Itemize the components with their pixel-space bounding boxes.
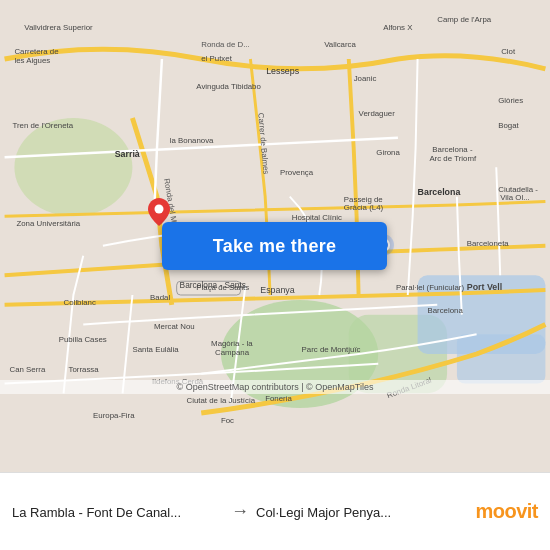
svg-text:Port Vell: Port Vell xyxy=(467,282,502,292)
svg-text:Parc de Montjuïc: Parc de Montjuïc xyxy=(302,345,361,354)
svg-text:Girona: Girona xyxy=(376,148,400,157)
from-station-name: La Rambla - Font De Canal... xyxy=(12,505,224,520)
svg-text:Hospital Clínic: Hospital Clínic xyxy=(292,213,342,222)
to-station-name: Col·Legi Major Penya... xyxy=(256,505,468,520)
svg-text:Collblanc: Collblanc xyxy=(64,298,96,307)
svg-text:Carretera de: Carretera de xyxy=(14,47,59,56)
svg-point-1 xyxy=(14,118,132,216)
to-section: Col·Legi Major Penya... xyxy=(256,503,468,520)
svg-text:Sarrià: Sarrià xyxy=(115,149,140,159)
svg-text:Ronda de D...: Ronda de D... xyxy=(201,40,250,49)
svg-text:Paral·lel (Funicular): Paral·lel (Funicular) xyxy=(396,283,465,292)
svg-text:les Aigues: les Aigues xyxy=(14,56,50,65)
svg-text:Joanic: Joanic xyxy=(354,74,377,83)
svg-text:Arc de Triomf: Arc de Triomf xyxy=(429,154,477,163)
svg-text:Provença: Provença xyxy=(280,168,314,177)
svg-text:Badal: Badal xyxy=(150,293,170,302)
from-section: La Rambla - Font De Canal... xyxy=(12,503,224,520)
svg-text:Barcelona: Barcelona xyxy=(418,187,461,197)
arrow-icon: → xyxy=(224,501,256,522)
svg-point-63 xyxy=(155,205,164,214)
svg-text:Torrassa: Torrassa xyxy=(69,365,100,374)
map-container: Vallvidrera Superior Carretera de les Ai… xyxy=(0,0,550,472)
svg-text:Barcelona: Barcelona xyxy=(427,306,463,315)
take-me-there-button[interactable]: Take me there xyxy=(162,222,387,270)
bottom-bar: La Rambla - Font De Canal... → Col·Legi … xyxy=(0,472,550,550)
svg-text:Ciutat de la Justícia: Ciutat de la Justícia xyxy=(187,396,256,405)
moovit-logo: moovit xyxy=(468,500,538,523)
svg-text:Zona Universitària: Zona Universitària xyxy=(16,219,80,228)
svg-text:Verdaguer: Verdaguer xyxy=(359,109,396,118)
svg-text:Espanya: Espanya xyxy=(260,285,294,295)
svg-text:Alfons X: Alfons X xyxy=(383,23,413,32)
svg-text:Campana: Campana xyxy=(215,348,250,357)
svg-text:Glòries: Glòries xyxy=(498,96,523,105)
svg-text:Magòria - la: Magòria - la xyxy=(211,339,253,348)
svg-text:Lesseps: Lesseps xyxy=(266,66,300,76)
svg-text:Santa Eulàlia: Santa Eulàlia xyxy=(132,345,179,354)
moovit-wordmark: moovit xyxy=(475,500,538,523)
svg-text:Can Serra: Can Serra xyxy=(10,365,46,374)
svg-text:Vila Ol...: Vila Ol... xyxy=(500,193,530,202)
svg-text:Barcelona - Sants: Barcelona - Sants xyxy=(180,280,246,290)
button-label: Take me there xyxy=(213,236,337,257)
svg-text:Foneria: Foneria xyxy=(265,394,292,403)
svg-text:Avinguda Tibidabo: Avinguda Tibidabo xyxy=(196,82,261,91)
map-attribution: © OpenStreetMap contributors | © OpenMap… xyxy=(0,380,550,394)
app: Vallvidrera Superior Carretera de les Ai… xyxy=(0,0,550,550)
svg-text:Tren de l'Oreneta: Tren de l'Oreneta xyxy=(12,121,73,130)
svg-text:Pubilla Cases: Pubilla Cases xyxy=(59,335,107,344)
svg-text:Europa-Fira: Europa-Fira xyxy=(93,411,135,420)
svg-rect-5 xyxy=(457,334,546,383)
svg-text:Barceloneta: Barceloneta xyxy=(467,239,510,248)
svg-text:Gràcia (L4): Gràcia (L4) xyxy=(344,203,384,212)
svg-text:Foc: Foc xyxy=(221,416,234,425)
svg-text:la Bonanova: la Bonanova xyxy=(170,136,214,145)
svg-text:Passeig de: Passeig de xyxy=(344,195,384,204)
svg-text:Barcelona -: Barcelona - xyxy=(432,145,473,154)
svg-text:Clot: Clot xyxy=(501,47,516,56)
svg-text:Vallcarca: Vallcarca xyxy=(324,40,356,49)
svg-text:el Putxet: el Putxet xyxy=(201,54,232,63)
svg-text:Bogat: Bogat xyxy=(498,121,519,130)
svg-text:Vallvidrera Superior: Vallvidrera Superior xyxy=(24,23,93,32)
svg-text:Mercat Nou: Mercat Nou xyxy=(154,322,195,331)
svg-text:Camp de l'Arpa: Camp de l'Arpa xyxy=(437,15,492,24)
